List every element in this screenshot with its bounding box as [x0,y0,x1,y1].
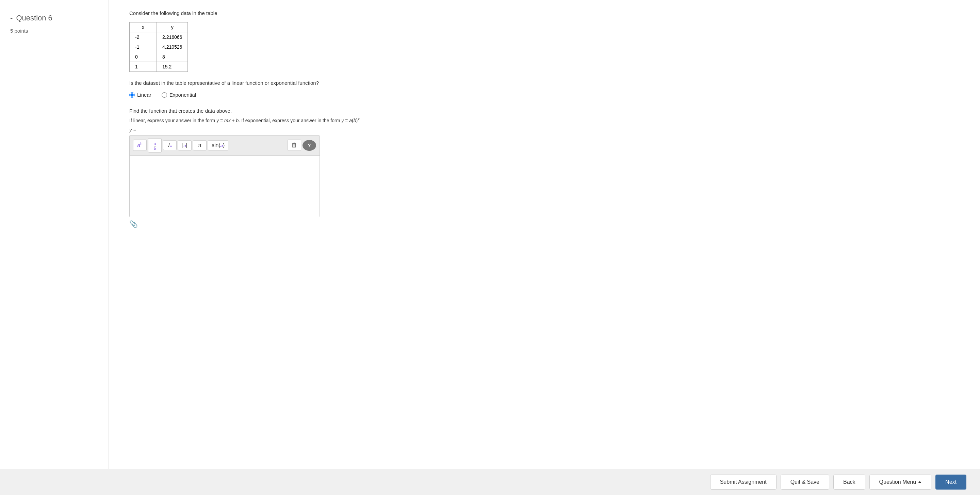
submit-assignment-button[interactable]: Submit Assignment [710,474,776,490]
function-type-radio-group: Linear Exponential [129,92,959,98]
chevron-up-icon [918,481,921,483]
quit-save-button[interactable]: Quit & Save [781,474,829,490]
question-name: Question 6 [16,14,52,22]
table-row: 08 [130,52,188,62]
linear-radio[interactable] [129,92,135,98]
points-label: 5 points [10,28,98,34]
sqrt-button[interactable]: √a [163,140,177,150]
math-editor: ab ab √a |a| π sin(a) � [129,135,320,217]
y-equals-label: y = [129,127,959,132]
math-toolbar: ab ab √a |a| π sin(a) � [130,135,320,156]
help-button[interactable]: ? [302,140,316,151]
table-header-y: y [157,22,188,32]
question-title: - Question 6 [10,14,98,22]
attachment-icon[interactable]: 📎 [129,220,959,228]
clear-button[interactable]: 🗑 [288,140,301,151]
math-input[interactable] [130,156,320,217]
question-prefix: - [10,14,13,22]
next-button[interactable]: Next [935,474,966,490]
fraction-button[interactable]: ab [148,138,162,153]
exponential-label: Exponential [169,92,196,98]
back-button[interactable]: Back [833,474,865,490]
table-row: -22.216066 [130,32,188,42]
table-intro: Consider the following data in the table [129,10,959,16]
content-area: Consider the following data in the table… [109,0,980,469]
question-menu-button[interactable]: Question Menu [869,474,932,490]
linear-option[interactable]: Linear [129,92,151,98]
sidebar: - Question 6 5 points [0,0,109,469]
table-row: -14.210526 [130,42,188,52]
pi-button[interactable]: π [193,140,207,150]
sin-button[interactable]: sin(a) [208,140,228,150]
exponential-option[interactable]: Exponential [162,92,196,98]
table-header-x: x [130,22,157,32]
type-question: Is the dataset in the table representati… [129,80,959,86]
exponential-radio[interactable] [162,92,167,98]
data-table: x y -22.216066-14.21052608115.2 [129,22,188,72]
table-row: 115.2 [130,62,188,72]
abs-button[interactable]: |a| [178,140,192,150]
form-instruction: If linear, express your answer in the fo… [129,116,959,123]
find-function-label: Find the function that creates the data … [129,108,959,114]
footer-bar: Submit Assignment Quit & Save Back Quest… [0,469,980,495]
linear-label: Linear [137,92,151,98]
power-button[interactable]: ab [133,140,147,150]
question-menu-label: Question Menu [879,479,916,485]
